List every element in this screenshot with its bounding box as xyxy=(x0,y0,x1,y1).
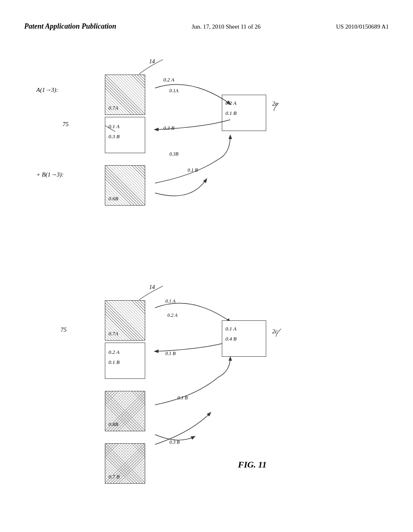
bottom-box3-label: 0.8B xyxy=(108,421,118,428)
header-patent-number: US 2010/0150689 A1 xyxy=(336,23,389,30)
top-arrow-label-01B: 0.1 B xyxy=(188,167,198,173)
top-arrow-label-03B-left: 0.3 B xyxy=(163,125,174,131)
bottom-box2: 0.2 A 0.1 B xyxy=(105,343,145,379)
top-box1-label: 0.7A xyxy=(108,105,118,111)
bottom-box5-label2: 0.4 B xyxy=(225,336,236,342)
bottom-arrow-01B-1: 0.1 B xyxy=(165,351,175,357)
bottom-box4: 0.7 B xyxy=(105,443,145,484)
header-date-sheet: Jun. 17, 2010 Sheet 11 of 26 xyxy=(192,23,261,30)
bottom-box3: 0.8B xyxy=(105,391,145,431)
bottom-arrow-01B-2: 0.1 B xyxy=(177,395,188,401)
header-publication-title: Patent Application Publication xyxy=(24,22,116,31)
top-box3: 0.6B xyxy=(105,165,145,206)
top-box1: 0.7A xyxy=(105,75,145,115)
top-label-75: 75 xyxy=(63,121,69,128)
bottom-label-2c: 2c xyxy=(272,328,277,335)
top-box4-label: 0.2 A xyxy=(225,100,236,106)
bottom-arrow-02A: 0.2 A xyxy=(167,312,177,318)
bottom-arrow-01A: 0.1 A xyxy=(165,298,175,304)
top-label-14: 14 xyxy=(149,58,155,65)
diagram-area: 14 A(1→3): 75 + B(1→3): 0.7A 0.1 A 0.3 B… xyxy=(24,52,389,508)
top-box4-label2: 0.1 B xyxy=(225,110,236,116)
top-arrow-label-02A: 0.2 A xyxy=(163,77,174,83)
bottom-label-75: 75 xyxy=(60,326,67,333)
top-arrow-label-01A: 0.1A xyxy=(169,88,178,94)
bottom-label-14: 14 xyxy=(149,284,155,291)
page-header: Patent Application Publication Jun. 17, … xyxy=(0,22,413,31)
top-label-A-arrow: A(1→3): xyxy=(36,87,58,94)
top-box2-label: 0.1 A xyxy=(108,123,119,130)
bottom-box1-label: 0.7A xyxy=(108,330,118,337)
top-box2: 0.1 A 0.3 B xyxy=(105,117,145,153)
top-label-2e: 2e xyxy=(272,101,277,107)
top-box2-label2: 0.3 B xyxy=(108,133,119,140)
bottom-box2-label1: 0.2 A xyxy=(108,349,119,355)
bottom-arrow-03B: 0.3 B xyxy=(169,439,179,445)
bottom-box4-label: 0.7 B xyxy=(108,474,119,480)
bottom-box5-label1: 0.1 A xyxy=(225,326,236,332)
top-arrow-label-03B-right: 0.3B xyxy=(169,151,178,157)
top-box4: 0.2 A 0.1 B xyxy=(222,95,266,131)
top-diagram-svg xyxy=(24,52,389,508)
bottom-box1: 0.7A xyxy=(105,300,145,341)
fig-label: FIG. 11 xyxy=(238,459,267,470)
top-label-B-arrow: + B(1→3): xyxy=(36,171,64,178)
top-box3-label: 0.6B xyxy=(108,195,118,202)
bottom-box2-label2: 0.1 B xyxy=(108,359,119,366)
bottom-box5: 0.1 A 0.4 B xyxy=(222,320,266,357)
